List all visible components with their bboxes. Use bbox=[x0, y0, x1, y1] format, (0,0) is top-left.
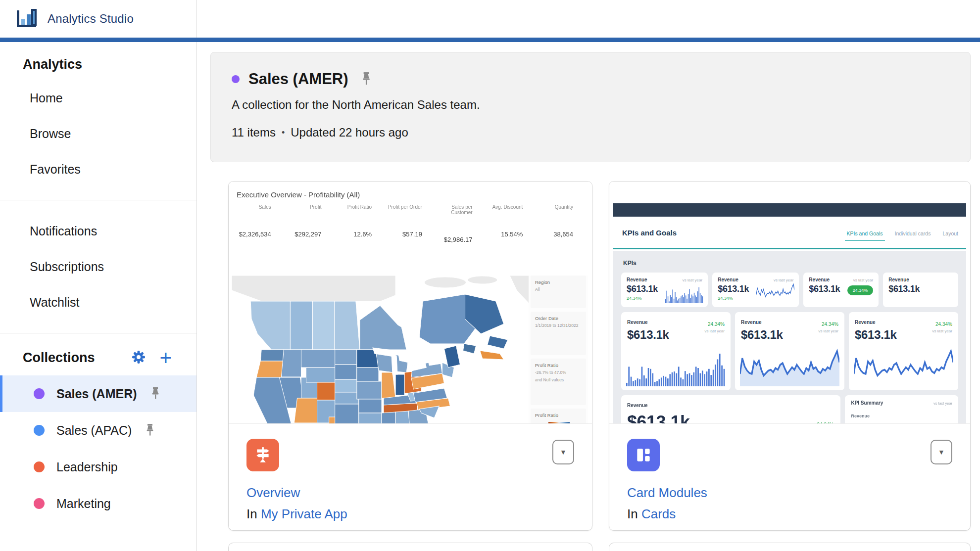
sidebar-divider bbox=[0, 200, 196, 200]
collection-item-sales-amer[interactable]: Sales (AMER) bbox=[0, 375, 196, 412]
gear-icon bbox=[131, 349, 147, 367]
sidebar-item-watchlist[interactable]: Watchlist bbox=[0, 284, 196, 320]
collections-settings-button[interactable] bbox=[131, 349, 147, 367]
bar-sparkline bbox=[665, 280, 703, 303]
signpost-icon bbox=[253, 446, 272, 464]
sidebar: Analytics Home Browse Favorites Notifica… bbox=[0, 42, 197, 551]
pin-icon bbox=[150, 387, 161, 401]
collection-dot bbox=[34, 498, 45, 509]
kpi-tile: Revenue $613.1k 24.34%vs last year bbox=[735, 312, 844, 390]
card-footer: ▼ Card Modules In Cards bbox=[609, 424, 970, 531]
area-chart bbox=[740, 343, 839, 386]
item-location: In Cards bbox=[627, 506, 952, 522]
kpi-tile: Revenuevs last year $613.1k 24.34% bbox=[621, 273, 708, 307]
thumbnail-kpi-row: Sales$2,326,534 Profit$292,297 Profit Ra… bbox=[234, 204, 586, 243]
kpi-tile: Revenuevs last year $613.1k 24.34% bbox=[712, 273, 799, 307]
collection-label: Sales (APAC) bbox=[56, 423, 132, 438]
sidebar-item-browse[interactable]: Browse bbox=[0, 116, 196, 151]
collection-label: Marketing bbox=[56, 497, 111, 511]
collection-item-marketing[interactable]: Marketing bbox=[0, 485, 196, 522]
card-actions-button[interactable]: ▼ bbox=[552, 440, 574, 464]
brand-stripe bbox=[0, 38, 980, 42]
item-title-link[interactable]: Card Modules bbox=[627, 485, 707, 501]
pin-icon[interactable] bbox=[360, 72, 372, 87]
updated-timestamp: Updated 22 hours ago bbox=[291, 126, 408, 139]
caret-down-icon: ▼ bbox=[560, 448, 567, 456]
bar-chart bbox=[626, 343, 726, 386]
thumbnail-dashboard-title: Executive Overview - Profitability (All) bbox=[237, 190, 360, 199]
kpi-tile: Revenue $613.1k 24.34%vs last year bbox=[849, 312, 958, 390]
collection-meta: 11 items • Updated 22 hours ago bbox=[232, 126, 949, 139]
overview-thumbnail[interactable]: Executive Overview - Profitability (All)… bbox=[229, 182, 592, 424]
kpi-tile: Revenue $613.1k 24.34%vs last year bbox=[621, 312, 731, 390]
collection-label: Leadership bbox=[56, 460, 118, 474]
main-content: Sales (AMER) A collection for the North … bbox=[197, 42, 980, 551]
item-card-card-modules: KPIs and Goals KPIs and Goals Individual… bbox=[609, 181, 971, 531]
next-items-row bbox=[228, 543, 971, 551]
delta-badge: 24.34% bbox=[847, 285, 874, 295]
page-title: Sales (AMER) bbox=[248, 70, 348, 88]
items-grid: Executive Overview - Profitability (All)… bbox=[228, 181, 971, 531]
sidebar-item-home[interactable]: Home bbox=[0, 80, 196, 116]
collection-dot bbox=[34, 425, 45, 436]
meta-separator: • bbox=[282, 128, 285, 138]
item-card-overview: Executive Overview - Profitability (All)… bbox=[228, 181, 592, 531]
app-title: Analytics Studio bbox=[48, 12, 134, 26]
collection-item-leadership[interactable]: Leadership bbox=[0, 449, 196, 485]
workbook-type-icon bbox=[246, 439, 279, 471]
collections-heading: Collections bbox=[23, 350, 118, 366]
items-count: 11 items bbox=[232, 126, 276, 139]
card-actions-button[interactable]: ▼ bbox=[931, 440, 952, 464]
layout-icon bbox=[634, 446, 653, 464]
kpi-tile: Revenue $613.1k 24.34% bbox=[621, 395, 840, 424]
card-modules-thumbnail[interactable]: KPIs and Goals KPIs and Goals Individual… bbox=[609, 182, 970, 424]
sidebar-nav-secondary: Notifications Subscriptions Watchlist bbox=[0, 213, 196, 320]
map-thumbnail bbox=[232, 276, 530, 424]
top-bar: Analytics Studio bbox=[0, 0, 980, 38]
item-location: In My Private App bbox=[246, 506, 574, 522]
sidebar-heading-analytics: Analytics bbox=[23, 57, 196, 72]
thumbnail-header: KPIs and Goals KPIs and Goals Individual… bbox=[613, 217, 966, 249]
pin-icon bbox=[145, 423, 155, 437]
kpi-summary-tile: KPI Summaryvs last year Revenue bbox=[845, 395, 958, 424]
sidebar-item-notifications[interactable]: Notifications bbox=[0, 213, 196, 249]
line-sparkline bbox=[756, 280, 794, 303]
dashboard-type-icon bbox=[627, 439, 660, 471]
app-link[interactable]: My Private App bbox=[261, 506, 347, 521]
caret-down-icon: ▼ bbox=[938, 448, 945, 456]
sidebar-item-subscriptions[interactable]: Subscriptions bbox=[0, 249, 196, 284]
app-logo-icon[interactable] bbox=[15, 6, 38, 31]
kpi-tile: Revenuevs last year $613.1k 24.34% bbox=[803, 273, 879, 307]
thumb-tab: KPIs and Goals bbox=[847, 230, 883, 236]
collection-header-card: Sales (AMER) A collection for the North … bbox=[210, 52, 971, 162]
thumb-tab: Individual cards bbox=[895, 230, 931, 236]
sidebar-nav-primary: Home Browse Favorites bbox=[0, 80, 196, 187]
thumbnail-titlebar bbox=[613, 203, 966, 217]
brand-area: Analytics Studio bbox=[0, 0, 197, 38]
thumb-tab: Layout bbox=[942, 230, 958, 236]
collections-header: Collections + bbox=[23, 349, 172, 367]
collections-list: Sales (AMER) Sales (APAC) bbox=[0, 375, 196, 522]
sidebar-item-favorites[interactable]: Favorites bbox=[0, 151, 196, 187]
app-link[interactable]: Cards bbox=[641, 506, 676, 521]
collection-dot bbox=[34, 461, 45, 472]
item-card-partial[interactable] bbox=[228, 543, 592, 551]
collection-item-sales-apac[interactable]: Sales (APAC) bbox=[0, 412, 196, 449]
collection-label: Sales (AMER) bbox=[56, 387, 137, 401]
sidebar-divider bbox=[0, 333, 196, 333]
add-collection-button[interactable]: + bbox=[159, 351, 172, 366]
kpi-tile: Revenue $613.1k bbox=[883, 273, 958, 307]
item-card-partial[interactable] bbox=[609, 543, 971, 551]
collection-dot bbox=[34, 388, 45, 399]
collection-dot bbox=[232, 75, 240, 83]
collection-description: A collection for the North American Sale… bbox=[232, 98, 949, 112]
line-chart bbox=[854, 343, 953, 386]
thumbnail-filter-panel: Region All Order Date 1/1/2019 to 12/31/… bbox=[529, 276, 588, 423]
item-title-link[interactable]: Overview bbox=[246, 485, 300, 501]
plus-icon: + bbox=[159, 351, 172, 366]
thumbnail-body: KPIs Revenuevs last year $613.1k 24.34% … bbox=[613, 251, 966, 423]
card-footer: ▼ Overview In My Private App bbox=[229, 424, 592, 531]
